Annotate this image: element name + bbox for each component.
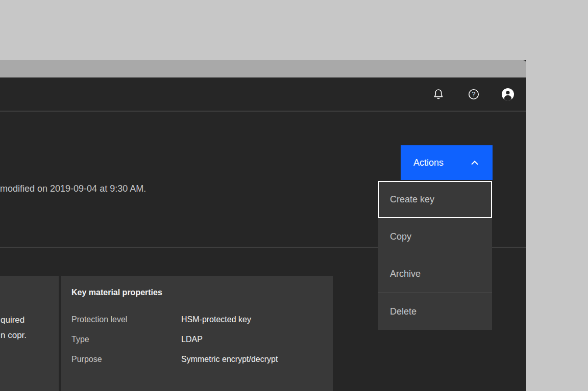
notifications-button[interactable] xyxy=(432,88,445,101)
property-value: Symmetric encrypt/decrypt xyxy=(181,355,278,364)
screen-canvas: ? modified on 2019-09-04 at 9:30 AM. Act… xyxy=(0,0,588,391)
last-modified-text: modified on 2019-09-04 at 9:30 AM. xyxy=(0,184,146,194)
clipped-text-fragment: quired n copr. xyxy=(1,312,27,343)
help-button[interactable]: ? xyxy=(467,88,480,101)
property-row-purpose: Purpose Symmetric encrypt/decrypt xyxy=(71,349,325,369)
actions-button[interactable]: Actions xyxy=(401,145,493,180)
property-label: Type xyxy=(71,335,181,344)
menu-item-delete[interactable]: Delete xyxy=(378,293,492,330)
property-value: LDAP xyxy=(181,335,203,344)
left-card-clipped: quired n copr. xyxy=(0,276,59,391)
property-label: Protection level xyxy=(71,315,181,324)
card-title: Key material properties xyxy=(71,288,162,297)
key-material-properties-card: Key material properties Protection level… xyxy=(61,276,333,391)
svg-text:?: ? xyxy=(472,91,476,98)
chevron-up-icon xyxy=(471,161,479,165)
menu-item-create-key[interactable]: Create key xyxy=(378,181,492,218)
user-avatar-icon xyxy=(501,88,514,101)
actions-dropdown-menu: Create key Copy Archive Delete xyxy=(378,181,492,330)
menu-item-copy[interactable]: Copy xyxy=(378,218,492,255)
app-header-bar xyxy=(0,77,526,112)
property-row-type: Type LDAP xyxy=(71,329,325,349)
actions-button-label: Actions xyxy=(413,158,444,168)
question-circle-icon: ? xyxy=(468,88,480,100)
menu-item-archive[interactable]: Archive xyxy=(378,255,492,293)
user-profile-button[interactable] xyxy=(501,88,514,101)
property-label: Purpose xyxy=(71,355,181,364)
property-row-protection-level: Protection level HSM-protected key xyxy=(71,309,325,329)
property-value: HSM-protected key xyxy=(181,315,251,324)
window-titlebar xyxy=(0,60,526,77)
bell-icon xyxy=(432,88,445,100)
app-window: ? modified on 2019-09-04 at 9:30 AM. Act… xyxy=(0,60,526,391)
property-rows: Protection level HSM-protected key Type … xyxy=(71,309,325,369)
